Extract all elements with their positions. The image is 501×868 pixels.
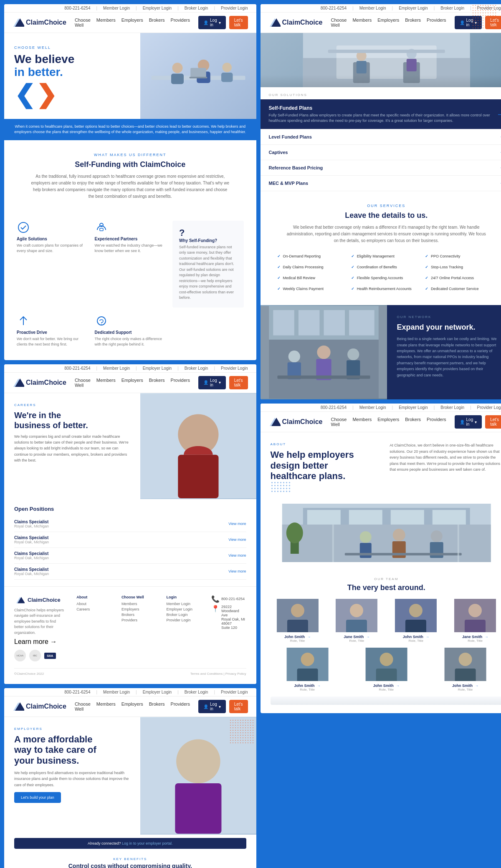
svg-rect-13 xyxy=(100,228,103,231)
svg-rect-98 xyxy=(455,669,476,681)
solution-item-captives[interactable]: Captives + xyxy=(261,145,501,160)
about-talk-btn[interactable]: Let's talk xyxy=(485,415,501,429)
about-login-btn[interactable]: 👤 Log in ▾ xyxy=(455,415,482,429)
logo[interactable]: ClaimChoice xyxy=(13,18,66,28)
positions-title: Open Positions xyxy=(14,506,246,512)
service-2: ✓ Daily Claims Processing xyxy=(277,263,348,271)
careers-nav-employers[interactable]: Employers xyxy=(121,378,143,388)
nav-members[interactable]: Members xyxy=(96,18,116,28)
team-title: The very best around. xyxy=(271,583,501,592)
careers-nav-members[interactable]: Members xyxy=(96,378,116,388)
footer-learn-more[interactable]: Learn more → xyxy=(14,638,66,646)
view-more-2[interactable]: View more xyxy=(228,537,246,542)
solution-self-funded-name: Self-Funded Plans xyxy=(269,105,498,111)
svg-rect-49 xyxy=(324,310,345,336)
solution-item-level-funded[interactable]: Level Funded Plans + xyxy=(261,129,501,145)
login-button[interactable]: 👤 Log in ▾ xyxy=(198,16,226,29)
support-icon xyxy=(95,314,108,328)
solution-captives-name: Captives xyxy=(269,150,288,155)
member-login-link[interactable]: Member Login xyxy=(103,6,130,10)
team-arrow-1: → xyxy=(307,635,311,639)
scroll-hint xyxy=(271,696,501,705)
position-2-location: Royal Oak, Michigan xyxy=(14,540,49,544)
solution-item-self-funded[interactable]: Self-Funded Plans Fully Self-Funded Plan… xyxy=(261,99,501,129)
solution-item-rbp[interactable]: Reference Based Pricing + xyxy=(261,160,501,176)
position-row-2: Claims Specialist Royal Oak, Michigan Vi… xyxy=(14,532,246,548)
services-section: OUR SERVICES Leave the details to us. We… xyxy=(261,191,501,305)
employers-logo[interactable]: ClaimChoice xyxy=(13,701,66,712)
careers-login-icon: 👤 xyxy=(203,380,208,385)
careers-login-button[interactable]: 👤 Log in ▾ xyxy=(198,376,226,389)
solution-item-mec[interactable]: MEC & MVP Plans + xyxy=(261,176,501,191)
talk-button[interactable]: Let's talk xyxy=(229,16,248,29)
nav-brokers[interactable]: Brokers xyxy=(149,18,165,28)
provider-login-link[interactable]: Provider Login xyxy=(221,6,248,10)
careers-member-login[interactable]: Member Login xyxy=(103,366,130,371)
check-icon-3: ✓ xyxy=(277,276,281,280)
footer-employer-login[interactable]: Employer Login xyxy=(166,607,201,611)
footer-member-login[interactable]: Member Login xyxy=(166,602,201,606)
about-nav: ClaimChoice Choose Well Members Employer… xyxy=(261,412,501,432)
benefits-tag: KEY BENEFITS xyxy=(4,857,256,861)
footer-cw-members[interactable]: Members xyxy=(121,602,157,606)
about-logo[interactable]: ClaimChoice xyxy=(269,417,323,427)
check-icon-11: ✓ xyxy=(425,276,428,280)
position-row-3: Claims Specialist Royal Oak, Michigan Vi… xyxy=(14,548,246,564)
benefits-title: Control costs without compromising quali… xyxy=(4,863,256,868)
footer-about-link[interactable]: About xyxy=(76,602,111,606)
view-more-4[interactable]: View more xyxy=(228,569,246,573)
svg-point-79 xyxy=(291,604,304,617)
careers-logo[interactable]: ClaimChoice xyxy=(13,378,66,388)
careers-broker-login[interactable]: Broker Login xyxy=(185,366,208,371)
employers-page: 800-221-6254 | Member Login | Employer L… xyxy=(4,688,256,868)
broker-login-link[interactable]: Broker Login xyxy=(185,6,208,10)
svg-rect-75 xyxy=(344,553,461,555)
svg-rect-92 xyxy=(297,669,318,681)
svg-point-69 xyxy=(359,531,371,543)
privacy-link[interactable]: Privacy Policy xyxy=(225,672,246,676)
svg-point-82 xyxy=(350,604,363,617)
employer-login-link[interactable]: Employer Login xyxy=(143,6,172,10)
footer-addr3: Suite 120 xyxy=(221,626,246,630)
emp-login-btn[interactable]: 👤 Log in ▾ xyxy=(198,700,226,713)
footer-careers-link[interactable]: Careers xyxy=(76,607,111,611)
employer-portal-link[interactable]: Log in to your employer portal. xyxy=(122,841,173,845)
nav-links: Choose Well Members Employers Brokers Pr… xyxy=(75,18,190,28)
svg-point-14 xyxy=(97,317,106,325)
careers-nav-providers[interactable]: Providers xyxy=(171,378,190,388)
check-icon-8: ✓ xyxy=(351,287,354,291)
about-topbar: 800-221-6254 | Member Login | Employer L… xyxy=(261,404,501,412)
terms-link[interactable]: Terms and Conditions xyxy=(190,672,223,676)
footer-cw-employers[interactable]: Employers xyxy=(121,607,157,611)
solution-level-funded-name: Level Funded Plans xyxy=(269,134,312,139)
footer-provider-login[interactable]: Provider Login xyxy=(166,618,201,622)
careers-provider-login[interactable]: Provider Login xyxy=(221,366,248,371)
nav-providers[interactable]: Providers xyxy=(171,18,190,28)
network-illustration xyxy=(261,305,387,399)
footer-cw-brokers[interactable]: Brokers xyxy=(121,613,157,617)
careers-employer-login[interactable]: Employer Login xyxy=(143,366,172,371)
view-more-1[interactable]: View more xyxy=(228,522,246,526)
careers-nav-choose-well[interactable]: Choose Well xyxy=(75,378,91,388)
view-more-3[interactable]: View more xyxy=(228,553,246,558)
nav-employers[interactable]: Employers xyxy=(121,18,143,28)
team-member-1-role: Role, Title xyxy=(271,639,325,643)
careers-page: 800-221-6254 | Member Login | Employer L… xyxy=(4,364,256,684)
svg-point-7 xyxy=(222,63,231,72)
employers-cta-button[interactable]: Let's build your plan xyxy=(14,792,61,803)
careers-nav-brokers[interactable]: Brokers xyxy=(149,378,165,388)
nav-choose-well[interactable]: Choose Well xyxy=(75,18,91,28)
sol-logo[interactable]: ClaimChoice xyxy=(269,18,323,28)
team-row-2: John Smith → Role, Title xyxy=(271,648,501,691)
footer-broker-login[interactable]: Broker Login xyxy=(166,613,201,617)
emp-talk-btn[interactable]: Let's talk xyxy=(229,700,248,713)
footer-logo[interactable]: ClaimChoice xyxy=(14,595,66,605)
team-arrow-5: → xyxy=(317,684,321,688)
hero-title: We believe in better. xyxy=(14,53,130,79)
svg-point-68 xyxy=(286,522,303,543)
careers-talk-button[interactable]: Let's talk xyxy=(229,376,248,389)
footer-brand: ClaimChoice xyxy=(28,597,61,603)
team-member-4: Jane Smith → Role, Title xyxy=(448,599,501,643)
footer-cw-providers[interactable]: Providers xyxy=(121,618,157,622)
login-icon: 👤 xyxy=(203,20,208,25)
